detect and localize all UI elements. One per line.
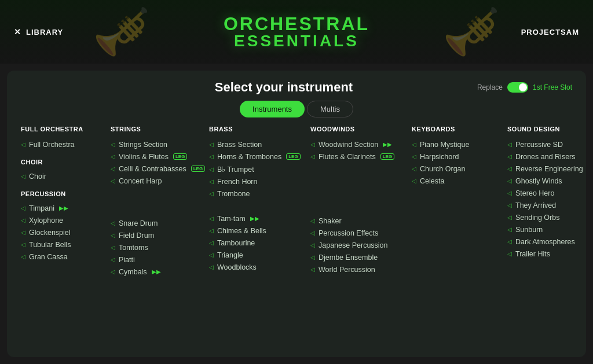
instrument-icon: ◁ [310, 242, 315, 248]
list-item[interactable]: ◁ Church Organ [412, 163, 507, 175]
list-item[interactable]: ◁ Drones and Risers [507, 150, 586, 163]
tab-multis[interactable]: Multis [307, 101, 353, 117]
list-item[interactable]: ◁ Flutes & Clarinets LEG [310, 150, 412, 163]
library-button[interactable]: ✕ LIBRARY [14, 27, 63, 36]
list-item[interactable]: ◁ Concert Harp [111, 175, 209, 187]
instrument-name: Chimes & Bells [217, 227, 266, 235]
instrument-name: Japanese Percussion [319, 241, 388, 249]
list-item[interactable]: ◁ Glockenspiel [21, 226, 111, 238]
instrument-name: Flutes & Clarinets [319, 153, 376, 161]
instrument-name: Horns & Trombones [217, 153, 281, 161]
column-woodwinds: WOODWINDS ◁ Woodwind Section ▶▶ ◁ Flutes… [310, 126, 412, 278]
list-item[interactable]: ◁ Violins & Flutes LEG [111, 150, 209, 163]
list-item[interactable]: ◁ Percussive SD [507, 138, 586, 150]
main-panel: Select your instrument Replace 1st Free … [7, 71, 586, 357]
leg-badge: LEG [286, 153, 300, 160]
list-item[interactable]: ◁ Piatti [111, 253, 209, 266]
list-item[interactable]: ◁ Shaker [310, 215, 412, 227]
list-item[interactable]: ◁ Full Orchestra [21, 138, 111, 150]
arrow-badge: ▶▶ [152, 269, 161, 275]
replace-toggle[interactable] [507, 82, 528, 93]
instrument-icon: ◁ [21, 205, 25, 211]
instrument-name: Piano Mystique [420, 141, 469, 149]
list-item[interactable]: ◁ Reverse Engineering [507, 163, 586, 175]
list-item[interactable]: ◁ Ghostly Winds [507, 175, 586, 187]
list-item[interactable]: ◁ Strings Section [111, 138, 209, 150]
instrument-icon: ◁ [507, 226, 512, 233]
arrow-badge: ▶▶ [250, 215, 259, 222]
list-item[interactable]: ◁ Stereo Hero [507, 187, 586, 199]
instrument-icon: ◁ [412, 178, 416, 184]
list-item[interactable]: ◁ Piano Mystique [412, 138, 507, 150]
list-item[interactable]: ◁ Tubular Bells [21, 238, 111, 251]
list-item[interactable]: ◁ They Arrived [507, 199, 586, 211]
instrument-name: Sunburn [515, 226, 543, 234]
instrument-icon: ◁ [507, 190, 512, 196]
list-item[interactable]: ◁ Field Drum [111, 229, 209, 241]
list-item[interactable]: ◁ Dark Atmospheres [507, 236, 586, 248]
panel-header: Select your instrument Replace 1st Free … [7, 71, 586, 101]
list-item[interactable]: ◁ Percussion Effects [310, 227, 412, 239]
list-item[interactable]: ◁ Choir [21, 170, 111, 182]
arrow-badge: ▶▶ [59, 205, 68, 211]
list-item[interactable]: ◁ Japanese Percussion [310, 239, 412, 251]
list-item[interactable]: ◁ Triangle [209, 249, 310, 261]
instrument-icon: ◁ [111, 178, 115, 184]
close-icon: ✕ [14, 27, 21, 36]
list-item[interactable]: ◁ Brass Section [209, 138, 310, 150]
instrument-icon: ◁ [507, 141, 512, 148]
list-item[interactable]: ◁ Timpani ▶▶ [21, 202, 111, 214]
list-item[interactable]: ◁ Tomtoms [111, 241, 209, 253]
instrument-icon: ◁ [209, 240, 214, 246]
col-header-strings: STRINGS [111, 126, 209, 133]
list-item[interactable]: ◁ Woodwind Section ▶▶ [310, 138, 412, 150]
instrument-name: Church Organ [420, 165, 466, 173]
list-item[interactable]: ◁ Chimes & Bells [209, 225, 310, 237]
list-item[interactable]: ◁ Xylophone [21, 214, 111, 226]
list-item[interactable]: ◁ Celesta [412, 175, 507, 187]
list-item[interactable]: ◁ Trailer Hits [507, 248, 586, 260]
list-item[interactable]: ◁ Tam-tam ▶▶ [209, 212, 310, 225]
panel-title: Select your instrument [90, 80, 477, 95]
column-strings: STRINGS ◁ Strings Section ◁ Violins & Fl… [111, 126, 209, 278]
instrument-icon: ◁ [111, 256, 115, 263]
list-item[interactable]: ◁ Snare Drum [111, 217, 209, 229]
list-item[interactable]: ◁ Cymbals ▶▶ [111, 266, 209, 278]
list-item[interactable]: ◁ Gran Cassa [21, 251, 111, 263]
list-item[interactable]: ◁ Horns & Trombones LEG [209, 150, 310, 163]
list-item[interactable]: ◁ Sending Orbs [507, 211, 586, 223]
instrument-name: Stereo Hero [515, 189, 554, 197]
list-item[interactable]: ◁ B♭ Trumpet [209, 163, 310, 175]
list-item[interactable]: ◁ Djembe Ensemble [310, 251, 412, 263]
list-item[interactable]: ◁ World Percussion [310, 263, 412, 275]
instrument-name: Shaker [319, 217, 342, 225]
list-item[interactable]: ◁ Tambourine [209, 237, 310, 249]
instrument-icon: ◁ [111, 269, 115, 275]
instrument-icon: ◁ [21, 173, 25, 179]
panel-title-text: Select your instrument [90, 80, 477, 95]
instrument-icon: ◁ [310, 153, 315, 160]
instrument-icon: ◁ [507, 153, 512, 160]
instrument-name: Triangle [217, 251, 243, 259]
header-deco-right: 🎺 [442, 5, 500, 59]
instrument-icon: ◁ [209, 227, 214, 234]
col-header-keyboards: KEYBOARDS [412, 126, 507, 133]
logo: ORCHESTRAL ESSENTIALS [224, 14, 369, 49]
instrument-name: Brass Section [217, 141, 262, 149]
logo-line1: ORCHESTRAL [224, 14, 369, 33]
instrument-icon: ◁ [310, 266, 315, 273]
list-item[interactable]: ◁ Woodblocks [209, 261, 310, 273]
instrument-name: Choir [29, 172, 46, 181]
list-item[interactable]: ◁ Sunburn [507, 223, 586, 236]
instrument-name: Tubular Bells [29, 241, 71, 249]
list-item[interactable]: ◁ French Horn [209, 175, 310, 187]
instrument-icon: ◁ [21, 217, 25, 223]
instrument-name: Reverse Engineering [515, 165, 583, 173]
instrument-icon: ◁ [507, 251, 512, 257]
list-item[interactable]: ◁ Harpsichord [412, 150, 507, 163]
list-item[interactable]: ◁ Celli & Contrabasses LEG [111, 163, 209, 175]
tab-instruments[interactable]: Instruments [240, 101, 305, 117]
list-item[interactable]: ◁ Trombone [209, 187, 310, 200]
instrument-name: B♭ Trumpet [217, 165, 254, 174]
instrument-icon: ◁ [111, 220, 115, 226]
